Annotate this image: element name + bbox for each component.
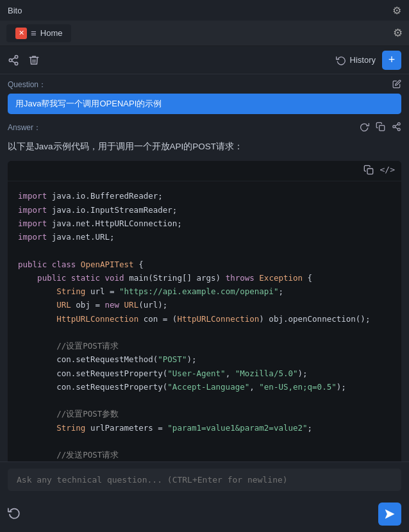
tab-bar: ✕ ≡ Home ⚙ [0,21,409,46]
tab-gear-icon[interactable]: ⚙ [393,26,403,40]
trash-button[interactable] [28,54,40,66]
chat-input[interactable] [8,469,401,491]
title-bar: Bito ⚙ [0,0,409,21]
title-gear-icon[interactable]: ⚙ [392,4,401,17]
edit-icon[interactable] [392,79,401,90]
svg-marker-12 [385,510,394,519]
svg-rect-5 [380,126,385,131]
app-title: Bito [8,6,22,15]
code-copy-icon[interactable] [363,165,374,177]
history-label: History [350,55,376,65]
answer-section: Answer： 以下是Java示例代码，用于调用一个开放API的POST请求： [0,118,409,158]
question-content: 用Java帮我写一个调用OPENAPI的示例 [8,94,401,114]
code-content: import java.io.BufferedReader; import ja… [8,181,401,495]
answer-intro: 以下是Java示例代码，用于调用一个开放API的POST请求： [8,137,401,156]
code-lang-icon: </> [380,165,395,177]
tab-hamburger-icon: ≡ [31,28,37,38]
send-button[interactable] [378,503,401,526]
code-block: </> import java.io.BufferedReader; impor… [8,161,401,495]
title-bar-left: Bito [8,6,22,15]
question-label: Question： [8,79,401,90]
history-button[interactable]: History [336,55,376,65]
input-row [0,462,409,500]
undo-button[interactable] [8,506,21,522]
copy-icon[interactable] [376,122,385,133]
answer-label: Answer： [8,122,401,133]
svg-line-4 [12,57,15,59]
toolbar-left [8,54,40,66]
svg-line-10 [395,124,397,126]
svg-line-3 [12,61,15,63]
tab-close-button[interactable]: ✕ [15,28,27,39]
svg-line-9 [395,127,397,128]
bottom-actions [0,500,409,532]
tab-label: Home [40,28,63,38]
toolbar-right: History + [336,51,401,70]
code-block-header: </> [8,161,401,181]
share-button[interactable] [8,54,19,66]
answer-share-icon[interactable] [392,122,401,133]
answer-tools [360,122,401,133]
home-tab[interactable]: ✕ ≡ Home [6,24,71,42]
bottom-bar [0,461,409,532]
toolbar: History + [0,46,409,74]
add-button[interactable]: + [382,51,401,70]
question-section: Question： 用Java帮我写一个调用OPENAPI的示例 [0,74,409,118]
svg-rect-11 [367,169,373,174]
refresh-icon[interactable] [360,122,369,133]
